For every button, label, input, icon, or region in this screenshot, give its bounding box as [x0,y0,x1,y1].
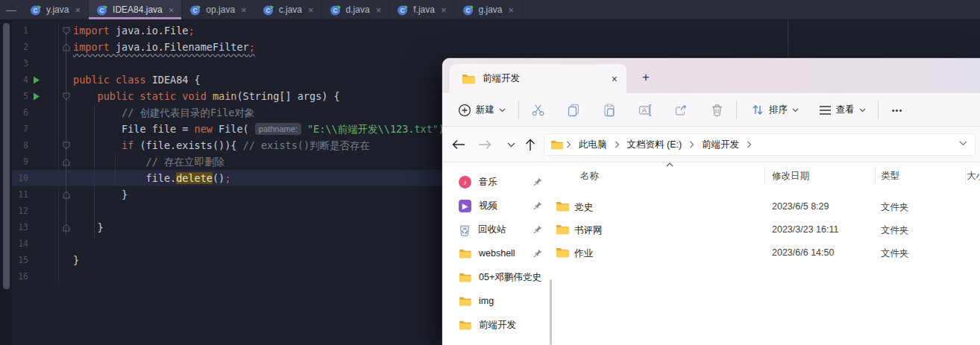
editor-tab-label: d.java [346,4,370,15]
fold-marker-icon[interactable] [58,22,73,39]
new-tab-button[interactable]: + [635,67,657,88]
fold-marker-icon[interactable] [58,219,73,235]
rename-icon: A [638,104,653,117]
svg-text:C: C [266,7,270,14]
line-number: 9 [12,153,28,170]
column-header-修改日期[interactable]: 修改日期 [772,170,809,183]
copy-button[interactable] [560,93,587,127]
editor-tab-d.java[interactable]: C d.java× [322,0,390,19]
rename-button[interactable]: A [632,93,659,127]
tab-close-icon[interactable]: × [376,4,382,16]
address-chevron-icon[interactable] [959,141,967,146]
breadcrumb-chevron-icon [615,141,620,148]
pin-icon [533,225,542,234]
file-row-书评网[interactable]: 书评网2023/3/23 16:11文件夹 [556,218,980,241]
cut-button[interactable] [524,93,551,127]
fold-marker-icon[interactable] [58,137,73,153]
folder-icon [556,224,569,235]
editor-tab-g.java[interactable]: C g.java× [455,0,523,19]
paste-button[interactable] [596,93,623,127]
tab-close-icon[interactable]: × [241,4,247,16]
more-options-button[interactable]: ••• [882,93,912,127]
tab-close-icon[interactable]: × [169,4,175,16]
recent-chevron-icon[interactable] [502,136,520,153]
up-icon[interactable] [521,136,539,153]
code-line: 2import java.io.FilenameFilter; [0,39,980,55]
gutter-run-column [28,121,58,137]
sidebar-item-前端开发[interactable]: 前端开发 [448,314,550,336]
column-separator[interactable] [965,167,966,185]
gutter-run-column [28,268,58,285]
run-arrow-icon[interactable] [28,72,58,88]
sidebar-item-img[interactable]: img [448,290,550,312]
column-header-大小[interactable]: 大小 [967,170,980,183]
explorer-sidebar: ♪音乐▶视频 回收站 webshell 05+邓鹏伟党史 img 前端开发 [442,162,554,345]
file-row-党史[interactable]: 党史2023/6/5 8:29文件夹 [556,195,980,218]
line-number: 2 [12,39,28,55]
editor-tab-y.java[interactable]: C y.java× [22,0,89,19]
code-text: } [73,219,104,235]
line-number: 11 [12,186,28,203]
sidebar-scrollbar[interactable] [550,279,552,345]
sidebar-item-回收站[interactable]: 回收站 [448,218,550,241]
line-number: 4 [12,72,28,88]
sidebar-item-05+邓鹏伟党史[interactable]: 05+邓鹏伟党史 [448,266,550,288]
view-button[interactable]: 查看 [809,93,875,127]
editor-tab-IDEA84.java[interactable]: C IDEA84.java× [89,0,182,19]
tabbar-dash-icon[interactable]: — [0,0,22,19]
line-number: 15 [12,252,28,268]
tab-close-icon[interactable]: × [509,4,515,16]
sidebar-item-label: 音乐 [479,176,497,189]
code-text: // 创建代表目录的File对象 [73,104,254,121]
file-row-作业[interactable]: 作业2023/6/6 14:50文件夹 [556,241,980,265]
editor-tab-c.java[interactable]: C c.java× [255,0,322,19]
share-button[interactable] [668,93,694,127]
fold-marker-icon[interactable] [58,186,73,203]
breadcrumb-item[interactable]: 文档资料 (E:) [623,139,687,151]
tab-close-icon[interactable]: × [308,4,314,16]
gutter-fold-column [58,121,73,137]
editor-tab-label: g.java [479,4,503,15]
explorer-tab[interactable]: 前端开发 × [450,64,626,93]
explorer-content: ♪音乐▶视频 回收站 webshell 05+邓鹏伟党史 img 前端开发 名称… [442,162,980,345]
paste-icon [603,104,616,117]
editor-tab-label: c.java [279,4,302,15]
column-separator[interactable] [875,167,876,185]
new-button[interactable]: 新建 [450,93,514,127]
java-class-icon: C [397,4,409,16]
editor-tab-f.java[interactable]: C f.java× [389,0,454,19]
sort-button[interactable]: 排序 [742,93,808,127]
editor-left-scrollbar[interactable] [3,23,10,289]
column-header-类型[interactable]: 类型 [881,170,899,183]
sidebar-item-webshell[interactable]: webshell [448,242,550,265]
tab-close-icon[interactable]: × [441,4,447,16]
code-text: } [73,186,128,203]
parameter-hint: pathname: [255,123,301,135]
gutter-fold-column [58,235,73,252]
tab-close-icon[interactable]: × [75,4,81,16]
delete-button[interactable] [703,93,730,127]
run-arrow-icon[interactable] [28,88,58,104]
line-number: 1 [12,22,28,39]
back-icon[interactable] [450,136,468,153]
line-number: 5 [12,88,28,104]
file-explorer-window: 前端开发 × + 新建 A [442,58,980,345]
column-header-名称[interactable]: 名称 [580,170,599,183]
column-separator[interactable] [764,167,765,185]
breadcrumb-item[interactable]: 此电脑 [574,139,612,151]
sort-arrows-icon [751,104,764,116]
sidebar-item-音乐[interactable]: ♪音乐 [448,171,550,193]
gutter-fold-column [58,268,73,285]
editor-tab-op.java[interactable]: C op.java× [182,0,254,19]
file-name: 作业 [574,247,593,260]
breadcrumb-item[interactable]: 前端开发 [697,139,744,151]
forward-icon[interactable] [476,136,494,153]
sidebar-item-视频[interactable]: ▶视频 [448,194,550,217]
editor-tab-label: y.java [46,4,69,15]
fold-marker-icon[interactable] [58,88,73,104]
fold-marker-icon[interactable] [58,39,73,55]
breadcrumb-bar[interactable]: 此电脑文档资料 (E:)前端开发 [544,133,976,156]
tab-close-icon[interactable]: × [612,73,618,85]
fold-marker-icon[interactable] [58,153,73,170]
music-icon: ♪ [459,176,471,189]
